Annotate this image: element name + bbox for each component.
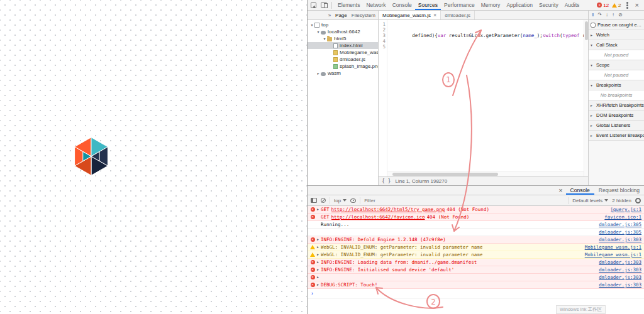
panel-tab[interactable]: Security — [536, 0, 562, 10]
debugger-section-header[interactable]: ▸ Watch — [589, 30, 644, 40]
source-location-link[interactable]: dmloader.js:305 — [595, 222, 641, 227]
source-location-link[interactable]: Mobilegame_wasm.js:1 — [581, 244, 641, 250]
panel-tab[interactable]: Elements — [335, 0, 363, 10]
tree-item[interactable]: dmloader.js — [308, 56, 378, 63]
message-text: Running... — [321, 222, 349, 227]
console-message: WebGL: INVALID_ENUM: getParameter: inval… — [308, 251, 644, 259]
disclosure-icon: ▸ — [591, 33, 594, 37]
source-location-link[interactable]: dmloader.js:303 — [595, 267, 641, 273]
tree-item[interactable]: ▾ localhost:6642 — [308, 28, 378, 35]
drawer-tab[interactable]: Console — [566, 186, 594, 195]
warning-count-badge[interactable]: 2 — [612, 3, 621, 8]
tree-item[interactable]: ▾ top — [308, 21, 378, 28]
editor-vertical-scrollbar[interactable] — [584, 20, 588, 176]
tree-item[interactable]: index.html — [308, 42, 378, 49]
source-location-link[interactable]: Mobilegame_wasm.js:1 — [581, 252, 641, 257]
more-options-icon[interactable] — [625, 4, 630, 6]
tree-item[interactable]: ▾ html5 — [308, 35, 378, 42]
source-location-link[interactable]: dmloader.js:303 — [595, 237, 641, 242]
disclosure-icon[interactable]: ▾ — [322, 36, 327, 41]
source-location-link[interactable]: favicon.ico:1 — [601, 214, 641, 220]
debugger-section-header[interactable]: ▾ Scope — [589, 60, 644, 70]
log-levels-selector[interactable]: Default levels — [572, 198, 608, 203]
live-expression-eye-icon[interactable] — [350, 198, 356, 203]
hidden-count[interactable]: 2 hidden — [612, 198, 631, 203]
source-location-link[interactable]: jquery.js:1 — [606, 207, 641, 212]
pause-on-caught-checkbox[interactable] — [591, 23, 596, 28]
error-count-badge[interactable]: 12 — [597, 3, 609, 8]
deactivate-breakpoints-icon[interactable]: ⊘ — [618, 13, 623, 18]
disclosure-icon[interactable]: ▾ — [309, 23, 314, 27]
message-url[interactable]: http://localhost:6642/favicon.ico — [331, 214, 425, 220]
expand-icon[interactable] — [317, 267, 319, 273]
console-message: INFO:ENGINE: Initialised sound device 'd… — [308, 266, 644, 274]
panel-tab[interactable]: Console — [389, 0, 415, 10]
pause-on-caught-exceptions[interactable]: Pause on caught excepti... — [589, 20, 644, 30]
console-settings-gear-icon[interactable] — [635, 198, 641, 203]
panel-tab[interactable]: Network — [363, 0, 389, 10]
panel-tab[interactable]: Sources — [415, 0, 441, 10]
source-location-link[interactable]: dmloader.js:305 — [595, 229, 641, 235]
expand-icon[interactable] — [317, 237, 319, 242]
panel-tab[interactable]: Performance — [441, 0, 478, 10]
pretty-print-button[interactable]: { } — [382, 178, 391, 184]
source-location-link[interactable]: dmloader.js:303 — [595, 274, 641, 280]
panel-tab[interactable]: Memory — [478, 0, 504, 10]
debugger-section-header[interactable]: ▸ XHR/fetch Breakpoints — [589, 100, 644, 111]
debugger-section: ▾ Breakpoints No breakpoints — [589, 80, 644, 100]
navigator-tab[interactable]: Page — [335, 13, 347, 18]
code-area[interactable]: 12345 defined){var result=GLctx.getParam… — [379, 20, 588, 176]
close-devtools-icon[interactable] — [633, 2, 641, 9]
editor-tab[interactable]: Mobilegame_wasm.js — [379, 11, 441, 19]
close-drawer-icon[interactable] — [555, 187, 565, 194]
editor-tab[interactable]: dmloader.js — [441, 11, 475, 19]
disclosure-icon: ▾ — [591, 43, 594, 47]
editor-horizontal-scrollbar[interactable] — [387, 171, 584, 176]
pause-icon[interactable]: ‖ — [592, 13, 594, 18]
tree-item[interactable]: ▸ wasm — [308, 70, 378, 77]
console-toolbar: top Default levels 2 hidden — [308, 195, 644, 206]
debugger-section-label: XHR/fetch Breakpoints — [596, 102, 644, 108]
warning-count: 2 — [618, 3, 621, 8]
debugger-section-header[interactable]: ▾ Call Stack — [589, 40, 644, 50]
console-sidebar-icon[interactable] — [311, 198, 317, 203]
tree-item[interactable]: Mobilegame_wasm.js — [308, 49, 378, 56]
expand-icon[interactable] — [317, 244, 319, 250]
debugger-section-header[interactable]: ▸ Event Listener Breakpoints — [589, 131, 644, 141]
step-into-icon[interactable]: ↓ — [606, 13, 608, 18]
drawer-tab[interactable]: Request blocking — [594, 186, 644, 195]
clear-console-icon[interactable] — [321, 198, 326, 203]
context-label: top — [334, 198, 341, 203]
device-toolbar-icon[interactable] — [321, 3, 327, 8]
step-out-icon[interactable]: ↑ — [612, 13, 614, 18]
debugger-section-state: Not paused — [589, 50, 644, 60]
inspect-element-icon[interactable] — [311, 3, 316, 8]
expand-icon[interactable] — [317, 252, 319, 257]
debugger-section-header[interactable]: ▾ Breakpoints — [589, 80, 644, 90]
console-filter-input[interactable] — [364, 198, 564, 203]
expand-icon[interactable] — [317, 282, 319, 288]
cloud-icon — [321, 72, 326, 76]
source-location-link[interactable]: dmloader.js:303 — [595, 282, 641, 288]
debugger-section-header[interactable]: ▸ Global Listeners — [589, 121, 644, 131]
context-selector[interactable]: top — [334, 198, 347, 203]
disclosure-icon: ▾ — [591, 83, 594, 87]
console-prompt[interactable]: › — [308, 289, 644, 299]
expand-icon[interactable] — [317, 207, 319, 212]
navigator-overflow-icon[interactable]: » — [328, 13, 331, 18]
source-location-link[interactable]: dmloader.js:303 — [595, 259, 641, 265]
panel-tab[interactable]: Application — [503, 0, 536, 10]
navigator-tab[interactable]: Filesystem — [352, 13, 375, 18]
step-over-icon[interactable]: ↷ — [597, 13, 602, 18]
close-tab-icon[interactable] — [433, 13, 436, 18]
panel-tab[interactable]: Audits — [562, 0, 583, 10]
tree-item[interactable]: splash_image.png — [308, 63, 378, 70]
disclosure-icon[interactable]: ▸ — [316, 71, 321, 75]
console-message: Running... dmloader.js:305 — [308, 221, 644, 229]
message-url[interactable]: http://localhost:6642/html5/try_game.png — [331, 207, 445, 212]
devtools-panel: ElementsNetworkConsoleSourcesPerformance… — [307, 0, 644, 314]
expand-icon[interactable] — [317, 274, 319, 280]
expand-icon[interactable] — [317, 259, 319, 265]
debugger-section-header[interactable]: ▸ DOM Breakpoints — [589, 111, 644, 121]
disclosure-icon[interactable]: ▾ — [316, 30, 321, 34]
